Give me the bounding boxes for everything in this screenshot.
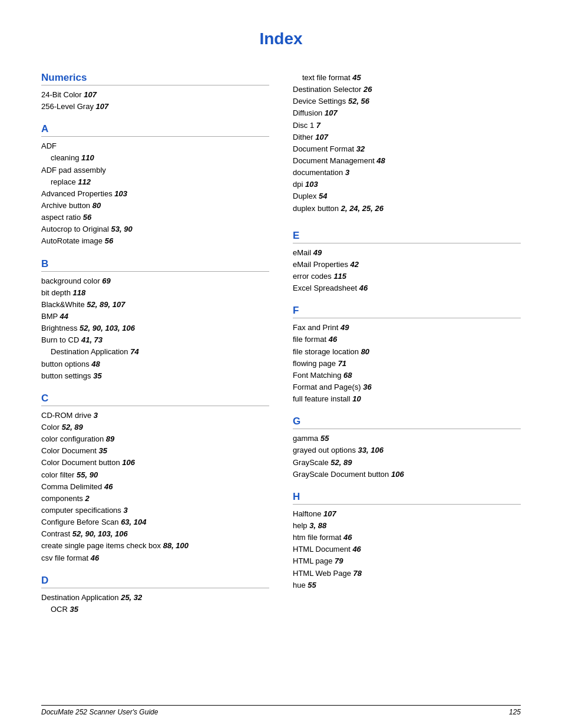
list-item: Diffusion 107	[293, 107, 521, 119]
page-number: 107	[84, 90, 97, 99]
page-number: 71	[338, 359, 346, 368]
index-section: AADFcleaning 110ADF pad assemblyreplace …	[41, 123, 269, 247]
item-label: GrayScale	[293, 458, 330, 467]
item-label: Halftone	[293, 509, 323, 518]
list-item: Disc 1 7	[293, 120, 521, 131]
section-heading: F	[293, 305, 521, 318]
list-item: flowing page 71	[293, 358, 521, 370]
page-number: 48	[91, 360, 100, 368]
list-item: csv file format 46	[41, 552, 269, 564]
list-item: components 2	[41, 493, 269, 505]
item-label: Brightness	[41, 324, 80, 332]
page-number: 41, 73	[81, 335, 103, 344]
page-number: 79	[335, 556, 343, 565]
item-label: error codes	[293, 272, 333, 281]
page-number: 107	[323, 509, 336, 518]
item-label: Configure Before Scan	[41, 518, 121, 526]
page-number: 49	[313, 248, 322, 257]
page-number: 35	[70, 605, 78, 614]
item-label: ADF	[41, 141, 57, 150]
item-label: Document Management	[293, 156, 376, 165]
item-label: Archive button	[41, 201, 92, 210]
list-item: bit depth 118	[41, 287, 269, 299]
list-item: Autocrop to Original 53, 90	[41, 223, 269, 235]
item-label: Black&White	[41, 300, 87, 309]
list-item: Contrast 52, 90, 103, 106	[41, 528, 269, 540]
right-column: text file format 45Destination Selector …	[293, 72, 521, 626]
page-number: 32	[356, 144, 365, 153]
index-section: CCD-ROM drive 3Color 52, 89color configu…	[41, 393, 269, 564]
page-number: 52, 90, 103, 106	[72, 529, 128, 538]
page-number: 2	[85, 494, 89, 503]
page-number: 103	[114, 189, 127, 198]
page-number: 80	[361, 347, 369, 356]
list-item: Halftone 107	[293, 508, 521, 520]
item-label: Device Settings	[293, 97, 348, 106]
left-column: Numerics24-Bit Color 107256-Level Gray 1…	[41, 72, 269, 626]
item-label: ADF pad assembly	[41, 166, 106, 174]
item-label: color filter	[41, 470, 77, 479]
list-item: eMail Properties 42	[293, 259, 521, 271]
item-label: flowing page	[293, 359, 338, 368]
item-label: 24-Bit Color	[41, 90, 84, 99]
list-item: 24-Bit Color 107	[41, 89, 269, 101]
item-label: replace	[51, 177, 78, 186]
list-item: Color Document 35	[41, 445, 269, 457]
list-item: dpi 103	[293, 179, 521, 190]
item-label: documentation	[293, 168, 345, 177]
item-label: OCR	[51, 605, 70, 614]
page-number: 103	[305, 180, 318, 189]
index-section: Numerics24-Bit Color 107256-Level Gray 1…	[41, 72, 269, 113]
list-item: Color 52, 89	[41, 421, 269, 433]
page-number: 46	[329, 335, 337, 344]
list-item: htm file format 46	[293, 532, 521, 543]
item-label: create single page items check box	[41, 541, 163, 550]
list-item: eMail 49	[293, 247, 521, 259]
list-item: Excel Spreadsheet 46	[293, 282, 521, 294]
list-item: text file format 45	[293, 72, 521, 84]
item-label: help	[293, 521, 309, 530]
section-heading: G	[293, 416, 521, 429]
list-item: Archive button 80	[41, 200, 269, 212]
list-item: Advanced Properties 103	[41, 188, 269, 200]
item-label: HTML Web Page	[293, 569, 353, 578]
item-label: components	[41, 494, 85, 503]
list-item: GrayScale 52, 89	[293, 457, 521, 469]
item-label: Color	[41, 423, 62, 431]
item-label: eMail Properties	[293, 260, 351, 269]
page-number: 68	[343, 371, 352, 380]
item-label: HTML Document	[293, 545, 352, 554]
index-section: EeMail 49eMail Properties 42error codes …	[293, 230, 521, 295]
item-label: csv file format	[41, 554, 91, 562]
page-number: 35	[93, 371, 101, 380]
list-item: Color Document button 106	[41, 457, 269, 469]
page-number: 46	[352, 545, 361, 554]
list-item: documentation 3	[293, 167, 521, 179]
list-item: AutoRotate image 56	[41, 235, 269, 247]
list-item: ADF pad assemblyreplace 112	[41, 164, 269, 188]
item-label: Burn to CD	[41, 335, 81, 344]
item-label: file storage location	[293, 347, 361, 356]
item-label: Destination Application	[41, 593, 121, 602]
item-label: duplex button	[293, 204, 341, 213]
page-number: 118	[73, 288, 86, 297]
list-item: Duplex 54	[293, 190, 521, 202]
item-label: hue	[293, 581, 308, 589]
footer-right: 125	[509, 708, 521, 716]
page-number: 46	[359, 284, 368, 292]
page-number: 74	[130, 347, 138, 356]
list-item: help 3, 88	[293, 520, 521, 532]
list-item: duplex button 2, 24, 25, 26	[293, 203, 521, 215]
item-label: BMP	[41, 312, 60, 321]
page-number: 3, 88	[309, 521, 326, 530]
list-item: gamma 55	[293, 433, 521, 444]
item-label: aspect ratio	[41, 213, 83, 222]
list-item: Format and Page(s) 36	[293, 381, 521, 393]
item-label: Duplex	[293, 192, 319, 200]
page-number: 52, 89	[62, 423, 83, 431]
list-item: create single page items check box 88, 1…	[41, 540, 269, 552]
section-heading: C	[41, 393, 269, 406]
list-item: Fax and Print 49	[293, 322, 521, 334]
page-number: 89	[106, 434, 114, 443]
item-label: Diffusion	[293, 108, 325, 117]
